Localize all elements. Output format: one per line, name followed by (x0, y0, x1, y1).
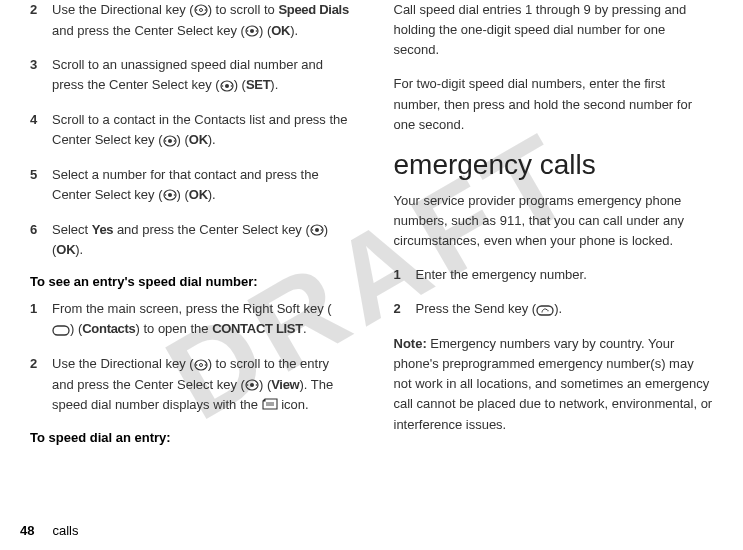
svg-point-22 (312, 229, 314, 231)
step-text: Select Yes and press the Center Select k… (52, 220, 350, 261)
note-text: Emergency numbers vary by country. Your … (394, 336, 713, 432)
text: and press the Center Select key ( (52, 23, 245, 38)
step-number: 2 (30, 0, 52, 41)
text: Scroll to an unassigned speed dial numbe… (52, 57, 323, 92)
speed-dials-label: Speed Dials (278, 2, 348, 17)
step-item: 5 Select a number for that contact and p… (30, 165, 350, 206)
step-item: 1 Enter the emergency number. (394, 265, 714, 285)
soft-key-icon (52, 320, 70, 340)
svg-point-2 (195, 10, 197, 12)
svg-point-14 (164, 140, 166, 142)
note-label: Note: (394, 336, 427, 351)
view-label: View (271, 377, 299, 392)
svg-point-28 (204, 364, 206, 366)
ok-label: OK (56, 242, 75, 257)
left-column: 2 Use the Directional key () to scroll t… (20, 0, 372, 530)
svg-point-11 (230, 85, 232, 87)
step-text: From the main screen, press the Right So… (52, 299, 350, 340)
center-select-key-icon (245, 375, 259, 395)
step-item: 1 From the main screen, press the Right … (30, 299, 350, 340)
text: ) ( (177, 187, 189, 202)
text: To see an entry's speed dial number (30, 274, 253, 289)
contacts-label: Contacts (82, 321, 135, 336)
svg-point-10 (221, 85, 223, 87)
paragraph: Call speed dial entries 1 through 9 by p… (394, 0, 714, 60)
right-column: Call speed dial entries 1 through 9 by p… (372, 0, 724, 530)
text: ). (554, 301, 562, 316)
svg-point-18 (164, 195, 166, 197)
text: ). (75, 242, 83, 257)
step-number: 1 (30, 299, 52, 340)
center-select-key-icon (310, 220, 324, 240)
svg-point-9 (225, 84, 229, 88)
step-text: Use the Directional key () to scroll to … (52, 354, 350, 416)
ok-label: OK (189, 187, 208, 202)
subheading: To see an entry's speed dial number: (30, 274, 350, 289)
svg-point-30 (250, 383, 254, 387)
text: ). (208, 187, 216, 202)
svg-point-6 (247, 30, 249, 32)
step-number: 5 (30, 165, 52, 206)
ok-label: OK (271, 23, 290, 38)
text: Select (52, 222, 92, 237)
set-label: SET (246, 77, 270, 92)
directional-key-icon (194, 0, 208, 20)
text: icon. (278, 397, 309, 412)
svg-rect-24 (53, 326, 69, 335)
text: ). (208, 132, 216, 147)
text: ). (290, 23, 298, 38)
yes-label: Yes (92, 222, 114, 237)
text: Press the Send key ( (416, 301, 537, 316)
directional-key-icon (194, 355, 208, 375)
step-number: 2 (394, 299, 416, 320)
step-text: Use the Directional key () to scroll to … (52, 0, 350, 41)
step-item: 2 Use the Directional key () to scroll t… (30, 354, 350, 416)
svg-point-7 (256, 30, 258, 32)
step-item: 2 Press the Send key (). (394, 299, 714, 320)
svg-point-31 (247, 384, 249, 386)
step-number: 2 (30, 354, 52, 416)
svg-point-19 (173, 195, 175, 197)
step-item: 3 Scroll to an unassigned speed dial num… (30, 55, 350, 96)
svg-point-21 (315, 228, 319, 232)
svg-point-26 (199, 363, 202, 366)
text: : (166, 430, 170, 445)
text: ) ( (177, 132, 189, 147)
send-key-icon (536, 300, 554, 320)
paragraph: Your service provider programs emergency… (394, 191, 714, 251)
text: and press the Center Select key ( (113, 222, 310, 237)
svg-rect-35 (537, 306, 553, 315)
svg-point-15 (173, 140, 175, 142)
contact-list-label: CONTACT LIST (212, 321, 303, 336)
text: Use the Directional key ( (52, 356, 194, 371)
text: ) to scroll to (208, 2, 279, 17)
text: ) ( (234, 77, 246, 92)
section-heading: emergency calls (394, 149, 714, 181)
center-select-key-icon (245, 21, 259, 41)
step-text: Enter the emergency number. (416, 265, 714, 285)
svg-point-13 (168, 139, 172, 143)
svg-point-5 (250, 29, 254, 33)
step-item: 6 Select Yes and press the Center Select… (30, 220, 350, 261)
svg-point-1 (199, 9, 202, 12)
center-select-key-icon (220, 76, 234, 96)
step-number: 4 (30, 110, 52, 151)
text: To speed dial an entry (30, 430, 166, 445)
step-text: Scroll to an unassigned speed dial numbe… (52, 55, 350, 96)
text: . (303, 321, 307, 336)
text: ) to open the (136, 321, 213, 336)
step-text: Press the Send key (). (416, 299, 714, 320)
svg-point-3 (204, 10, 206, 12)
center-select-key-icon (163, 131, 177, 151)
ok-label: OK (189, 132, 208, 147)
text: : (253, 274, 257, 289)
svg-point-27 (195, 364, 197, 366)
note-paragraph: Note: Emergency numbers vary by country.… (394, 334, 714, 435)
text: Use the Directional key ( (52, 2, 194, 17)
text: ) ( (259, 377, 271, 392)
page-content: 2 Use the Directional key () to scroll t… (0, 0, 743, 550)
text: ) ( (259, 23, 271, 38)
step-text: Scroll to a contact in the Contacts list… (52, 110, 350, 151)
paragraph: For two-digit speed dial numbers, enter … (394, 74, 714, 134)
text: From the main screen, press the Right So… (52, 301, 332, 316)
